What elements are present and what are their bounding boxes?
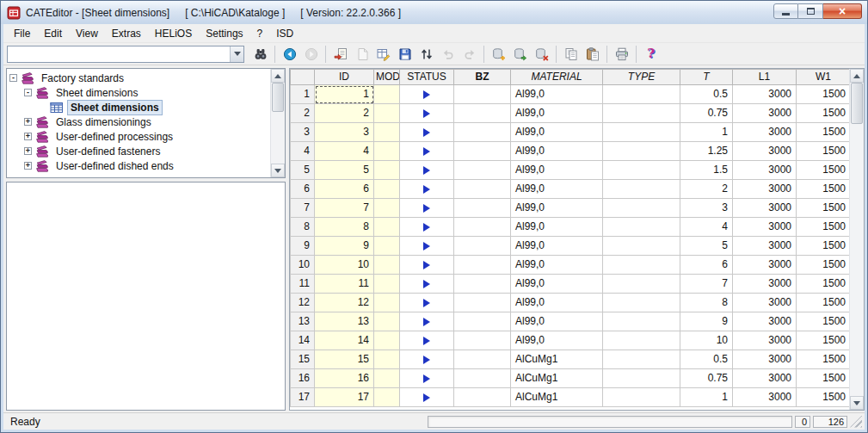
scroll-track[interactable] (271, 83, 285, 164)
combo-dropdown-button[interactable] (230, 46, 243, 62)
cell-w1[interactable]: 1500 (797, 85, 850, 104)
tree-expand-toggle[interactable]: + (24, 118, 32, 126)
cell-status[interactable] (400, 369, 454, 388)
cell-type[interactable] (603, 331, 680, 350)
row-header[interactable]: 7 (291, 199, 315, 218)
cell-mod[interactable] (374, 294, 400, 312)
cell-t[interactable]: 1.25 (680, 142, 733, 161)
column-header-mod[interactable]: MOD (374, 70, 400, 85)
cell-type[interactable] (603, 123, 680, 142)
cell-t[interactable]: 2 (680, 180, 733, 199)
cell-l1[interactable]: 3000 (733, 180, 797, 199)
tree-item[interactable]: -Factory standards (7, 71, 270, 85)
row-header[interactable]: 9 (291, 237, 315, 256)
cell-w1[interactable]: 1500 (797, 294, 850, 312)
cell-id[interactable]: 4 (315, 142, 374, 161)
cell-material[interactable]: AlCuMg1 (511, 388, 603, 407)
cell-t[interactable]: 3 (680, 199, 733, 218)
cell-mod[interactable] (374, 199, 400, 218)
cell-id[interactable]: 15 (315, 350, 374, 369)
cell-bz[interactable] (454, 104, 511, 123)
row-header[interactable]: 12 (291, 294, 315, 312)
cell-type[interactable] (603, 275, 680, 294)
cell-w1[interactable]: 1500 (797, 388, 850, 407)
cell-l1[interactable]: 3000 (733, 142, 797, 161)
search-input[interactable] (8, 46, 230, 62)
cell-status[interactable] (400, 199, 454, 218)
cell-mod[interactable] (374, 123, 400, 142)
cell-l1[interactable]: 3000 (733, 369, 797, 388)
edit-table-button[interactable] (373, 45, 393, 64)
cell-status[interactable] (400, 123, 454, 142)
column-header-material[interactable]: MATERIAL (511, 70, 603, 85)
cell-w1[interactable]: 1500 (797, 123, 850, 142)
cell-bz[interactable] (454, 350, 511, 369)
column-header-status[interactable]: STATUS (400, 70, 454, 85)
cell-type[interactable] (603, 161, 680, 180)
cell-l1[interactable]: 3000 (733, 161, 797, 180)
cell-material[interactable]: Al99,0 (511, 142, 603, 161)
cell-id[interactable]: 1 (315, 85, 374, 104)
cell-material[interactable]: Al99,0 (511, 237, 603, 256)
cell-l1[interactable]: 3000 (733, 294, 797, 312)
cell-bz[interactable] (454, 369, 511, 388)
paste-button[interactable] (582, 45, 602, 64)
cell-mod[interactable] (374, 331, 400, 350)
cell-id[interactable]: 16 (315, 369, 374, 388)
cell-t[interactable]: 9 (680, 312, 733, 331)
cell-w1[interactable]: 1500 (797, 218, 850, 237)
cell-type[interactable] (603, 218, 680, 237)
cell-t[interactable]: 6 (680, 256, 733, 275)
tree-expand-toggle[interactable]: + (24, 133, 32, 140)
cell-status[interactable] (400, 388, 454, 407)
tree-expand-toggle[interactable]: + (24, 147, 32, 155)
cell-t[interactable]: 1 (680, 388, 733, 407)
db-new-record-button[interactable] (489, 45, 508, 64)
menu-item-extras[interactable]: Extras (105, 25, 148, 42)
cell-status[interactable] (400, 256, 454, 275)
cell-type[interactable] (603, 369, 680, 388)
cell-material[interactable]: Al99,0 (511, 294, 603, 312)
cell-id[interactable]: 10 (315, 256, 374, 275)
cell-bz[interactable] (454, 199, 511, 218)
cell-l1[interactable]: 3000 (733, 256, 797, 275)
resize-grip[interactable] (850, 416, 862, 428)
scroll-down-button[interactable] (850, 396, 864, 410)
row-header[interactable]: 15 (291, 350, 315, 369)
scroll-thumb[interactable] (272, 83, 284, 112)
cell-type[interactable] (603, 104, 680, 123)
cell-bz[interactable] (454, 161, 511, 180)
menu-item-helios[interactable]: HELiOS (148, 25, 199, 42)
cell-bz[interactable] (454, 180, 511, 199)
db-copy-record-button[interactable] (510, 45, 530, 64)
cell-l1[interactable]: 3000 (733, 104, 797, 123)
db-delete-record-button[interactable] (532, 45, 551, 64)
cell-bz[interactable] (454, 256, 511, 275)
cell-t[interactable]: 0.75 (680, 369, 733, 388)
cell-type[interactable] (603, 180, 680, 199)
cell-material[interactable]: Al99,0 (511, 312, 603, 331)
cell-t[interactable]: 0.5 (680, 350, 733, 369)
cell-type[interactable] (603, 85, 680, 104)
cell-status[interactable] (400, 350, 454, 369)
cell-t[interactable]: 5 (680, 237, 733, 256)
cell-mod[interactable] (374, 218, 400, 237)
cell-mod[interactable] (374, 104, 400, 123)
close-button[interactable]: × (823, 3, 862, 19)
cell-type[interactable] (603, 142, 680, 161)
cell-status[interactable] (400, 237, 454, 256)
cell-status[interactable] (400, 161, 454, 180)
tree-expand-toggle[interactable]: + (24, 162, 32, 170)
import-record-button[interactable] (330, 45, 350, 64)
column-header-bz[interactable]: BZ (454, 70, 511, 85)
cell-type[interactable] (603, 388, 680, 407)
cell-id[interactable]: 13 (315, 312, 374, 331)
tree-item[interactable]: Sheet dimensions (7, 100, 270, 114)
cell-t[interactable]: 0.75 (680, 104, 733, 123)
cell-material[interactable]: Al99,0 (511, 123, 603, 142)
cell-mod[interactable] (374, 142, 400, 161)
cell-bz[interactable] (454, 123, 511, 142)
cell-w1[interactable]: 1500 (797, 180, 850, 199)
row-header[interactable]: 5 (291, 161, 315, 180)
row-header[interactable]: 8 (291, 218, 315, 237)
